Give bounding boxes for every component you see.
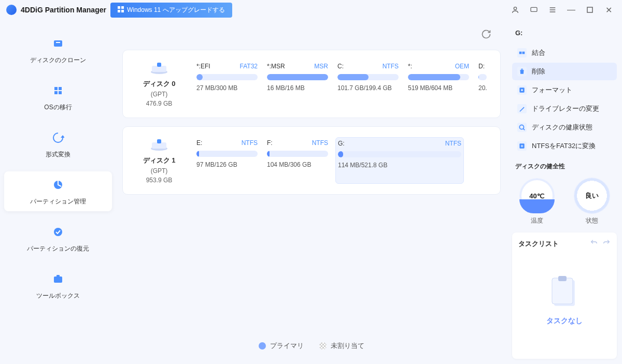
redo-icon[interactable] <box>602 239 611 249</box>
partition-1-1[interactable]: F:NTFS104 MB/306 GB <box>265 137 330 184</box>
partition-fs: FAT32 <box>240 63 258 70</box>
partition-letter: G: <box>338 140 345 147</box>
partitions-row: *:EFIFAT3227 MB/300 MB*:MSRMSR16 MB/16 M… <box>194 61 493 107</box>
action-icon-2 <box>517 85 527 95</box>
sidebar: ディスクのクローンOSの移行形式変換パーティション管理パーティションの復元ツール… <box>0 20 116 364</box>
action-label: フォーマット <box>532 85 572 95</box>
partition-letter: *: <box>408 63 412 70</box>
partition-usage: 519 MB/604 MB <box>408 84 469 92</box>
partition-usage: 97 MB/126 GB <box>196 161 258 168</box>
action-label: NTFSをFAT32に変換 <box>532 141 596 151</box>
partitions-row: E:NTFS97 MB/126 GBF:NTFS104 MB/306 GBG:N… <box>194 137 493 184</box>
partition-bar <box>338 151 461 157</box>
action-0[interactable]: 結合 <box>512 44 617 62</box>
svg-rect-8 <box>56 42 60 43</box>
partition-letter: *:EFI <box>196 63 210 70</box>
partition-1-0[interactable]: E:NTFS97 MB/126 GB <box>194 137 260 184</box>
partition-fs: NTFS <box>445 140 461 147</box>
action-5[interactable]: NTFSをFAT32に変換 <box>512 137 617 155</box>
svg-rect-31 <box>552 278 573 304</box>
action-icon-3 <box>517 104 527 113</box>
state-gauge-icon: 良い <box>574 178 610 213</box>
minimize-icon[interactable]: — <box>564 3 578 17</box>
partition-usage: 20. <box>478 84 486 92</box>
svg-rect-0 <box>118 6 120 9</box>
windows-icon <box>118 6 124 14</box>
health-row: 40℃ 温度 良い 状態 <box>512 178 617 225</box>
feedback-icon[interactable] <box>527 3 541 17</box>
action-icon-5 <box>517 141 527 151</box>
partition-fs: NTFS <box>312 139 328 147</box>
svg-rect-2 <box>118 10 120 12</box>
titlebar: 4DDiG Partition Manager Windows 11 へアップグ… <box>0 0 622 20</box>
disk-icon <box>149 61 169 75</box>
primary-dot-icon <box>259 342 266 350</box>
sidebar-icon-0 <box>50 35 66 52</box>
sidebar-item-0[interactable]: ディスクのクローン <box>4 30 112 70</box>
partition-letter: D: <box>478 63 485 70</box>
sidebar-label: パーティション管理 <box>30 197 86 206</box>
temp-label: 温度 <box>531 216 543 225</box>
svg-point-27 <box>521 89 523 91</box>
partition-fs: NTFS <box>383 63 399 70</box>
sidebar-item-1[interactable]: OSの移行 <box>4 77 112 117</box>
action-2[interactable]: フォーマット <box>512 81 617 99</box>
sidebar-label: 形式変換 <box>46 150 70 159</box>
main-panel: ディスク 0(GPT)476.9 GB*:EFIFAT3227 MB/300 M… <box>116 20 507 364</box>
unallocated-dot-icon <box>319 342 327 350</box>
partition-bar <box>196 151 258 157</box>
right-panel: G: 結合削除フォーマットドライブレターの変更ディスクの健康状態NTFSをFAT… <box>507 20 622 364</box>
sidebar-icon-4 <box>50 224 66 240</box>
sidebar-label: ディスクのクローン <box>30 56 86 65</box>
sidebar-label: OSの移行 <box>44 103 72 112</box>
svg-rect-7 <box>54 40 62 47</box>
partition-0-2[interactable]: C:NTFS101.7 GB/199.4 GB <box>335 61 401 107</box>
svg-rect-9 <box>54 87 58 90</box>
svg-rect-10 <box>59 87 62 90</box>
sidebar-icon-1 <box>50 82 66 99</box>
svg-rect-6 <box>587 7 592 12</box>
user-icon[interactable] <box>508 3 522 17</box>
partition-0-1[interactable]: *:MSRMSR16 MB/16 MB <box>265 61 330 107</box>
selected-drive-title: G: <box>512 29 617 37</box>
svg-point-4 <box>514 7 516 10</box>
sidebar-icon-3 <box>50 177 66 193</box>
partition-1-2[interactable]: G:NTFS114 MB/521.8 GB <box>335 137 464 184</box>
sidebar-item-4[interactable]: パーティションの復元 <box>4 219 112 258</box>
health-temp: 40℃ 温度 <box>519 178 555 225</box>
svg-rect-3 <box>121 10 124 12</box>
upgrade-label: Windows 11 へアップグレードする <box>127 6 225 14</box>
undo-icon[interactable] <box>590 239 598 249</box>
svg-point-14 <box>54 228 62 236</box>
partition-bar <box>267 74 328 80</box>
sidebar-item-3[interactable]: パーティション管理 <box>4 171 112 211</box>
svg-rect-32 <box>558 276 567 281</box>
upgrade-button[interactable]: Windows 11 へアップグレードする <box>110 3 232 18</box>
sidebar-item-2[interactable]: 形式変換 <box>4 124 112 164</box>
refresh-icon[interactable] <box>481 29 491 41</box>
action-4[interactable]: ディスクの健康状態 <box>512 119 617 136</box>
close-icon[interactable]: ✕ <box>601 3 616 17</box>
sidebar-item-5[interactable]: ツールボックス <box>4 266 112 305</box>
partition-0-4[interactable]: D:20. <box>476 61 488 107</box>
maximize-icon[interactable] <box>583 3 597 17</box>
partition-0-0[interactable]: *:EFIFAT3227 MB/300 MB <box>194 61 260 107</box>
partition-letter: C: <box>337 63 344 70</box>
legend-unallocated: 未割り当て <box>319 341 364 351</box>
action-icon-4 <box>517 123 527 132</box>
svg-rect-16 <box>56 275 60 277</box>
menu-icon[interactable] <box>545 3 560 17</box>
health-title: ディスクの健全性 <box>512 162 617 171</box>
partition-bar <box>478 74 487 80</box>
svg-rect-23 <box>519 52 522 54</box>
svg-rect-1 <box>121 6 124 9</box>
action-label: 結合 <box>532 48 545 57</box>
svg-rect-11 <box>54 91 58 94</box>
action-1[interactable]: 削除 <box>512 63 617 80</box>
action-3[interactable]: ドライブレターの変更 <box>512 100 617 118</box>
partition-0-3[interactable]: *:OEM519 MB/604 MB <box>406 61 471 107</box>
svg-rect-22 <box>157 139 161 143</box>
state-value: 良い <box>585 191 599 200</box>
state-label: 状態 <box>586 216 598 225</box>
sidebar-icon-5 <box>50 271 66 287</box>
